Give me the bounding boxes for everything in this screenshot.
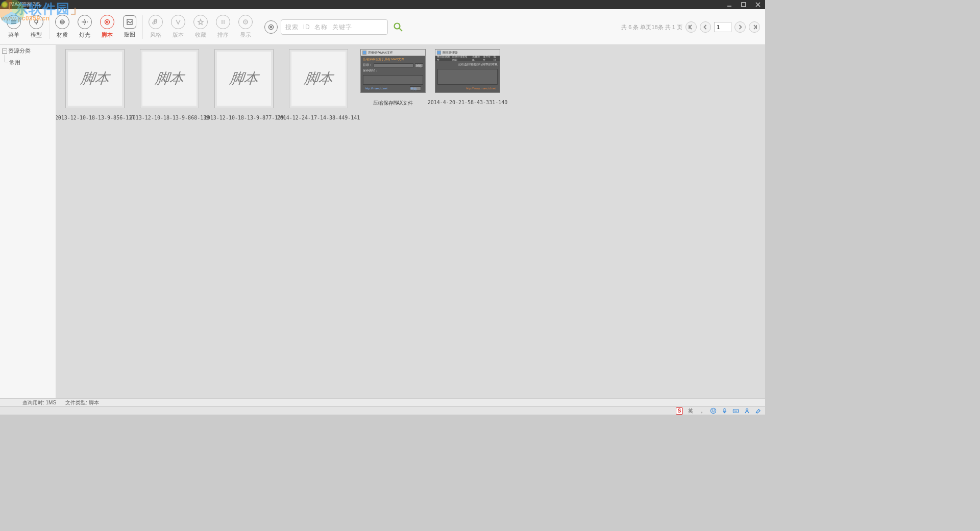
pager: 共 6 条 单页18条 共 1 页 [621, 9, 760, 45]
search-button[interactable] [391, 20, 405, 34]
svg-point-31 [710, 408, 716, 413]
ime-sogou-icon[interactable]: S [675, 407, 683, 415]
svg-point-12 [84, 21, 86, 23]
image-icon [123, 15, 136, 29]
first-page-button[interactable] [685, 21, 697, 33]
asset-card[interactable]: 脚本2013-12-10-18-13-9-856-137 [62, 49, 128, 120]
asset-caption: 2014-12-24-17-14-38-449-141 [277, 115, 360, 120]
model-button[interactable]: 模型 [26, 12, 47, 42]
svg-marker-20 [198, 19, 203, 25]
dialog-thumb: 脚本管理器单位自动调整自动处理重复问题选择导出保存文件取消没有选择需要执行脚本的… [435, 49, 500, 93]
script-thumb-text: 脚本 [80, 69, 110, 88]
svg-point-7 [35, 20, 38, 23]
search-scope-button[interactable] [264, 20, 278, 34]
prev-page-button[interactable] [700, 21, 711, 33]
texture-button[interactable]: 贴图 [119, 12, 140, 42]
svg-point-32 [712, 410, 713, 411]
v-icon [171, 15, 185, 29]
content-area: 脚本2013-12-10-18-13-9-856-137脚本2013-12-10… [56, 45, 765, 398]
material-button[interactable]: 材质 [52, 12, 73, 42]
asset-caption: 压缩保存MAX文件 [373, 100, 413, 107]
ime-keyboard-icon[interactable] [731, 407, 740, 415]
asset-card[interactable]: 压缩保存MAX文件压缩保存任意于原有.MAX文件目录：浏览保存路径：http:/… [360, 49, 426, 120]
next-page-button[interactable] [734, 21, 746, 33]
script-thumb: 脚本 [214, 49, 274, 108]
asset-caption: 2013-12-10-18-13-9-868-138 [130, 115, 210, 120]
bulb-icon [29, 15, 43, 29]
script-thumb-text: 脚本 [229, 69, 259, 88]
close-button[interactable] [751, 0, 765, 9]
svg-rect-36 [733, 409, 738, 413]
favorite-button[interactable]: 收藏 [190, 12, 211, 42]
minimize-button[interactable] [722, 0, 737, 9]
style-button[interactable]: 风格 [145, 12, 166, 42]
svg-point-17 [105, 20, 110, 25]
maximize-button[interactable] [737, 0, 751, 9]
sort-icon [216, 15, 230, 29]
tree-child-common[interactable]: 常用 [0, 57, 56, 68]
collapse-icon: – [2, 49, 7, 54]
status-query-time: 查询用时: 1MS [22, 399, 56, 406]
asset-card[interactable]: 脚本2013-12-10-18-13-9-877-139 [211, 49, 277, 120]
menu-label: 菜单 [8, 31, 19, 39]
asset-card[interactable]: 脚本2014-12-24-17-14-38-449-141 [286, 49, 351, 120]
script-thumb-text: 脚本 [154, 69, 185, 88]
script-thumb: 脚本 [289, 49, 348, 108]
svg-rect-40 [737, 411, 737, 411]
note-icon [149, 15, 163, 29]
svg-line-43 [755, 412, 756, 413]
sort-button[interactable]: 排序 [212, 12, 234, 42]
ime-punct-button[interactable]: ， [698, 407, 706, 415]
main-toolbar: 菜单 模型 材质 灯光 脚本 贴图 风格 版本 收藏 排序 显示 [0, 9, 765, 45]
script-thumb: 脚本 [140, 49, 199, 108]
svg-rect-39 [736, 411, 736, 411]
script-thumb-text: 脚本 [303, 69, 334, 88]
svg-rect-37 [733, 411, 734, 411]
script-thumb: 脚本 [65, 49, 125, 108]
system-tray: S 英 ， [0, 406, 765, 415]
script-button[interactable]: 脚本 [96, 12, 118, 42]
menu-icon [7, 15, 21, 29]
svg-point-27 [395, 23, 400, 29]
tree-child-label: 常用 [9, 59, 20, 66]
ime-mic-icon[interactable] [720, 407, 728, 415]
titlebar: MAX管家 3.5 [0, 0, 765, 9]
menu-button[interactable]: 菜单 [3, 12, 24, 42]
display-icon [238, 15, 253, 29]
light-icon [78, 15, 92, 29]
svg-point-42 [746, 409, 748, 411]
dialog-thumb: 压缩保存MAX文件压缩保存任意于原有.MAX文件目录：浏览保存路径：http:/… [360, 49, 426, 93]
search-icon [393, 22, 403, 32]
tree-root-label: 资源分类 [8, 47, 31, 55]
ime-lang-button[interactable]: 英 [687, 407, 695, 415]
ime-settings-icon[interactable] [754, 407, 762, 415]
asset-caption: 2014-4-20-21-58-43-331-140 [428, 100, 508, 105]
display-button[interactable]: 显示 [235, 12, 256, 42]
asset-card[interactable]: 脚本管理器单位自动调整自动处理重复问题选择导出保存文件取消没有选择需要执行脚本的… [435, 49, 500, 120]
app-logo-icon [1, 1, 8, 8]
pager-summary: 共 6 条 单页18条 共 1 页 [621, 23, 682, 31]
light-button[interactable]: 灯光 [74, 12, 95, 42]
svg-point-25 [269, 25, 274, 29]
asset-caption: 2013-12-10-18-13-9-877-139 [204, 115, 284, 120]
star-icon [193, 15, 208, 29]
version-button[interactable]: 版本 [167, 12, 189, 42]
svg-rect-34 [724, 408, 725, 412]
asset-card[interactable]: 脚本2013-12-10-18-13-9-868-138 [137, 49, 202, 120]
ime-emoji-icon[interactable] [709, 407, 717, 415]
search-input[interactable] [281, 19, 388, 35]
asset-caption: 2013-12-10-18-13-9-856-137 [56, 115, 135, 120]
page-input[interactable] [714, 22, 731, 32]
svg-rect-41 [734, 412, 737, 412]
svg-point-18 [106, 21, 108, 22]
tree-root[interactable]: – 资源分类 [0, 45, 56, 57]
last-page-button[interactable] [749, 21, 760, 33]
svg-rect-1 [742, 3, 746, 7]
svg-point-11 [60, 21, 64, 22]
svg-point-26 [271, 26, 272, 28]
ime-user-icon[interactable] [743, 407, 751, 415]
sphere-icon [55, 15, 69, 29]
status-file-type: 文件类型: 脚本 [65, 399, 99, 406]
window-title: MAX管家 3.5 [10, 1, 40, 8]
svg-rect-38 [734, 411, 735, 411]
